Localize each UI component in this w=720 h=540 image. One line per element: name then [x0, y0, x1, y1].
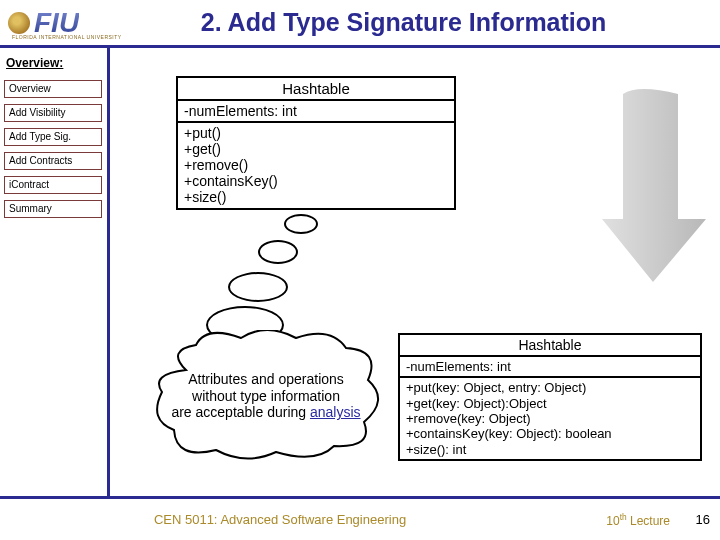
fiu-logo: FIU FLORIDA INTERNATIONAL UNIVERSITY — [0, 7, 87, 39]
sidebar: Overview: Overview Add Visibility Add Ty… — [0, 48, 110, 496]
uml2-operations: +put(key: Object, entry: Object) +get(ke… — [400, 378, 700, 459]
footer-lecture: 10th Lecture — [550, 512, 670, 528]
cloud-analysis-word: analysis — [310, 404, 361, 420]
uml-class-after: Hashtable -numElements: int +put(key: Ob… — [398, 333, 702, 461]
uml-class-before: Hashtable -numElements: int +put() +get(… — [176, 76, 456, 210]
uml1-name: Hashtable — [178, 78, 454, 101]
thought-bubble-1 — [284, 214, 318, 234]
footer-lecture-suffix: th — [620, 512, 627, 522]
sidebar-item-icontract[interactable]: iContract — [4, 176, 102, 194]
uml2-name: Hashtable — [400, 335, 700, 357]
sidebar-heading: Overview: — [4, 56, 103, 70]
cloud-line2: without type information — [192, 388, 340, 404]
cloud-line3a: are acceptable during — [171, 404, 310, 420]
footer-lecture-word: Lecture — [627, 514, 670, 528]
sidebar-item-add-contracts[interactable]: Add Contracts — [4, 152, 102, 170]
sidebar-item-overview[interactable]: Overview — [4, 80, 102, 98]
footer-page-number: 16 — [670, 512, 710, 527]
cloud-line1: Attributes and operations — [188, 371, 344, 387]
footer: CEN 5011: Advanced Software Engineering … — [0, 496, 720, 540]
page-title: 2. Add Type Signature Information — [87, 8, 720, 37]
sidebar-item-summary[interactable]: Summary — [4, 200, 102, 218]
footer-lecture-num: 10 — [606, 514, 619, 528]
thought-bubble-2 — [258, 240, 298, 264]
thought-cloud: Attributes and operations without type i… — [160, 346, 372, 446]
footer-source: CEN 5011: Advanced Software Engineering — [10, 512, 550, 527]
sidebar-item-add-visibility[interactable]: Add Visibility — [4, 104, 102, 122]
logo-subtext: FLORIDA INTERNATIONAL UNIVERSITY — [12, 34, 122, 40]
uml1-attributes: -numElements: int — [178, 101, 454, 123]
paw-icon — [8, 12, 30, 34]
uml1-operations: +put() +get() +remove() +containsKey() +… — [178, 123, 454, 207]
thought-bubble-3 — [228, 272, 288, 302]
main-area: Hashtable -numElements: int +put() +get(… — [110, 48, 720, 496]
arrow-down-icon — [598, 84, 708, 284]
sidebar-item-add-type-sig[interactable]: Add Type Sig. — [4, 128, 102, 146]
uml2-attributes: -numElements: int — [400, 357, 700, 378]
